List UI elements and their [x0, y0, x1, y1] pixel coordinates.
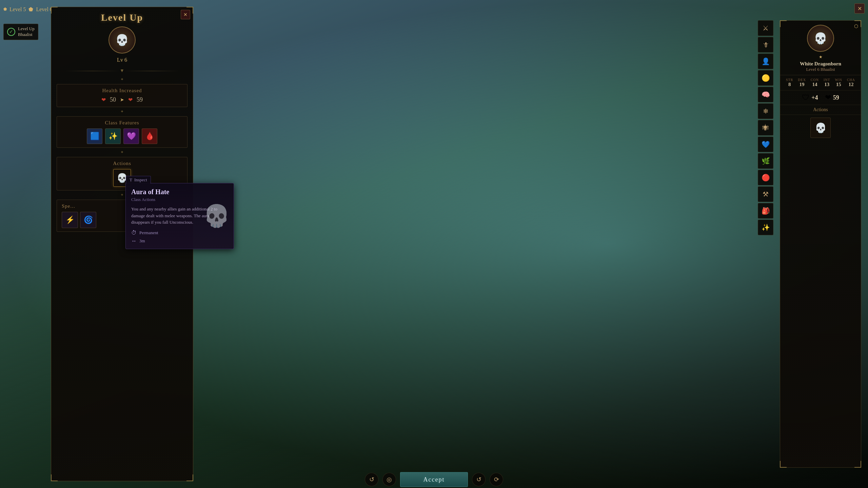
feature-aura-icon[interactable]: ✨: [105, 128, 121, 144]
stat-wis: WIS 15: [835, 78, 842, 87]
bottom-bar: ↺ ◎ Accept ↺ ⟳: [0, 471, 868, 488]
shield-icon: 🛡: [802, 93, 809, 102]
levelup-badge-subtitle: Bhaalist: [18, 32, 35, 38]
bottom-left-icon1[interactable]: ↺: [365, 473, 378, 486]
level5-label[interactable]: Level 5: [9, 6, 26, 13]
feature-dark-icon[interactable]: 💜: [123, 128, 139, 144]
tooltip-permanent: ⏱ Permanent: [131, 230, 228, 236]
old-health-value: 50: [110, 96, 116, 103]
magic-icon-btn[interactable]: ✨: [758, 220, 773, 235]
nature-icon-btn[interactable]: 🌿: [758, 153, 773, 169]
str-value: 8: [786, 82, 793, 87]
aura-of-hate-tooltip: T Inspect Aura of Hate Class Actions You…: [125, 183, 234, 249]
stat-dex: DEX 19: [798, 78, 806, 87]
panel-portrait: 💀: [108, 26, 136, 54]
panel-header: Level Up 💀 Lv 6 ✕: [51, 7, 193, 65]
aura-emblem: 💀: [203, 203, 230, 229]
bottom-left-icon2[interactable]: ◎: [382, 473, 396, 486]
stat-int: INT 13: [824, 78, 830, 87]
sword-icon-btn[interactable]: ⚔: [758, 20, 773, 36]
ice-icon-btn[interactable]: ❄: [758, 103, 773, 119]
char-name: White Dragonborn: [784, 61, 857, 67]
right-panel-portrait: 💀: [807, 25, 834, 52]
spell-1-icon[interactable]: ⚡: [62, 212, 78, 228]
level6-label[interactable]: Level 6: [36, 6, 52, 13]
spell-icon-btn[interactable]: 🟡: [758, 70, 773, 86]
hpac-row: 🛡 +4 ❤ 59: [780, 90, 861, 105]
con-label: CON: [811, 78, 819, 82]
dagger-icon-btn[interactable]: 🗡: [758, 37, 773, 53]
levelup-badge: ✓ Level Up Bhaalist: [3, 24, 38, 40]
int-label: INT: [824, 78, 830, 82]
health-row: ❤ 50 ➤ ❤ 59: [62, 96, 182, 103]
new-health-heart-icon: ❤: [128, 97, 133, 103]
stats-row: STR 8 DEX 19 CON 14 INT 13 WIS 15 CHA 12: [780, 75, 861, 90]
wis-value: 15: [835, 82, 842, 87]
health-arrow-icon: ➤: [120, 97, 124, 103]
right-corner-br: [854, 461, 861, 468]
character-panel: ⬡ 💀 ★ White Dragonborn Level 6 Bhaalist …: [780, 20, 861, 468]
bottom-right-icon2[interactable]: ⟳: [490, 473, 503, 486]
tools-icon-btn[interactable]: ⚒: [758, 186, 773, 202]
range-label: 3m: [139, 238, 145, 244]
level-badge: Lv 6: [55, 57, 190, 63]
spell-2-icon[interactable]: 🌀: [80, 212, 96, 228]
hp-value: 59: [833, 94, 839, 101]
str-label: STR: [786, 78, 793, 82]
ac-item: 🛡 +4: [802, 93, 818, 102]
stat-con: CON 14: [811, 78, 819, 87]
levelup-badge-title: Level Up: [18, 26, 35, 32]
wis-label: WIS: [835, 78, 842, 82]
dex-label: DEX: [798, 78, 806, 82]
bottom-right-icon1[interactable]: ↺: [472, 473, 486, 486]
water-icon-btn[interactable]: 💙: [758, 137, 773, 152]
header-divider: ▼: [65, 67, 179, 74]
int-value: 13: [824, 82, 830, 87]
feature-blood-icon[interactable]: 🩸: [142, 128, 157, 144]
permanent-icon: ⏱: [131, 230, 137, 236]
actions-ornament: ✦: [51, 150, 193, 155]
dex-value: 19: [798, 82, 806, 87]
character-icon-btn[interactable]: 👤: [758, 54, 773, 69]
passive-icon-btn[interactable]: 🧠: [758, 87, 773, 102]
right-panel-header: 💀 ★ White Dragonborn Level 6 Bhaalist: [780, 21, 861, 75]
inspect-text: Inspect: [134, 177, 147, 183]
tooltip-meta: ⏱ Permanent ↔ 3m: [131, 230, 228, 244]
right-corner-tl: [780, 20, 787, 27]
new-health-value: 59: [137, 96, 143, 103]
panel-title: Level Up: [55, 12, 190, 23]
spider-icon-btn[interactable]: 🕷: [758, 120, 773, 136]
cha-label: CHA: [847, 78, 855, 82]
class-features-title: Class Features: [62, 120, 182, 126]
inspect-tab[interactable]: T Inspect: [126, 176, 151, 184]
feature-shield-icon[interactable]: 🟦: [87, 128, 102, 144]
inspect-label: T: [130, 177, 132, 183]
accept-button[interactable]: Accept: [400, 472, 468, 487]
stat-str: STR 8: [786, 78, 793, 87]
fire-icon-btn[interactable]: 🔴: [758, 170, 773, 185]
health-title: Health Increased: [62, 88, 182, 94]
check-icon: ✓: [7, 28, 15, 36]
old-health-heart-icon: ❤: [101, 97, 106, 103]
cha-value: 12: [847, 82, 855, 87]
right-panel-close[interactable]: ⬡: [854, 23, 858, 29]
stat-cha: CHA 12: [847, 78, 855, 87]
right-sidebar: ⚔ 🗡 👤 🟡 🧠 ❄ 🕷 💙 🌿 🔴 ⚒ 🎒 ✨: [758, 20, 775, 235]
tooltip-subtitle: Class Actions: [131, 197, 228, 202]
features-ornament: ✦: [51, 109, 193, 114]
tooltip-range: ↔ 3m: [131, 238, 228, 244]
class-features-section: Class Features 🟦 ✨ 💜 🩸: [57, 116, 188, 148]
health-ornament: ✦: [51, 77, 193, 82]
right-action-emblem[interactable]: 💀: [810, 118, 831, 138]
tooltip-title: Aura of Hate: [131, 188, 228, 196]
char-class: Level 6 Bhaalist: [784, 67, 857, 72]
con-value: 14: [811, 82, 819, 87]
permanent-label: Permanent: [139, 230, 158, 236]
levelup-badge-text: Level Up Bhaalist: [18, 26, 35, 38]
features-row: 🟦 ✨ 💜 🩸: [62, 128, 182, 144]
heart-icon: ❤: [825, 93, 831, 102]
panel-close-button[interactable]: ✕: [181, 10, 190, 19]
bag-icon-btn[interactable]: 🎒: [758, 203, 773, 219]
hp-item: ❤ 59: [825, 93, 839, 102]
window-close-button[interactable]: ✕: [854, 3, 865, 14]
